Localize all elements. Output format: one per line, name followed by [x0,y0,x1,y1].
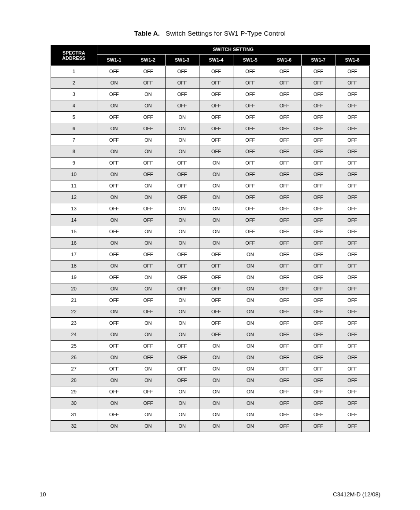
cell-value: OFF [97,158,131,169]
cell-value: ON [199,386,233,398]
table-caption: Table A. Switch Settings for SW1 P-Type … [0,29,420,37]
cell-value: OFF [199,249,233,261]
cell-value: ON [131,363,165,375]
cell-value: OFF [267,192,301,203]
cell-value: OFF [199,295,233,306]
col-header-sw1-8: SW1-8 [335,55,369,66]
cell-value: OFF [267,158,301,169]
cell-value: OFF [233,192,267,203]
col-header-address-l1: SPECTRA [63,50,85,55]
cell-value: ON [97,352,131,363]
cell-value: OFF [267,306,301,318]
cell-address: 8 [51,146,97,158]
cell-value: OFF [335,238,369,249]
cell-value: OFF [267,135,301,146]
cell-value: OFF [301,100,335,112]
cell-value: ON [165,386,199,398]
cell-value: OFF [267,215,301,226]
cell-value: ON [97,306,131,318]
cell-value: OFF [335,341,369,352]
page-number: 10 [40,491,46,498]
cell-value: ON [131,272,165,283]
cell-value: OFF [165,66,199,77]
cell-value: ON [199,192,233,203]
cell-value: OFF [199,77,233,89]
cell-value: OFF [199,306,233,318]
cell-value: OFF [97,318,131,329]
cell-value: OFF [267,261,301,272]
cell-value: OFF [335,66,369,77]
cell-value: ON [165,135,199,146]
cell-value: ON [165,226,199,238]
cell-value: OFF [165,158,199,169]
table-row: 20ONONOFFOFFONOFFOFFOFF [51,283,369,295]
cell-value: OFF [267,421,301,432]
col-header-address: SPECTRA ADDRESS [51,45,97,66]
cell-value: OFF [335,386,369,398]
cell-value: ON [97,238,131,249]
cell-value: OFF [301,123,335,135]
cell-value: OFF [233,169,267,180]
cell-value: OFF [335,169,369,180]
cell-value: OFF [233,89,267,100]
cell-value: OFF [301,363,335,375]
cell-value: ON [131,89,165,100]
cell-value: ON [233,375,267,386]
cell-value: OFF [335,375,369,386]
cell-address: 13 [51,203,97,215]
cell-value: OFF [97,249,131,261]
cell-value: OFF [301,306,335,318]
cell-value: ON [131,180,165,192]
cell-value: ON [199,341,233,352]
cell-value: ON [165,318,199,329]
cell-value: OFF [97,341,131,352]
cell-value: ON [97,146,131,158]
cell-value: ON [165,215,199,226]
cell-value: OFF [335,215,369,226]
cell-value: ON [233,421,267,432]
cell-value: OFF [97,89,131,100]
cell-value: OFF [301,375,335,386]
cell-value: OFF [335,89,369,100]
cell-value: ON [165,421,199,432]
cell-value: OFF [97,409,131,421]
cell-value: OFF [97,272,131,283]
col-header-sw1-4: SW1-4 [199,55,233,66]
cell-value: OFF [267,409,301,421]
cell-address: 11 [51,180,97,192]
cell-address: 22 [51,306,97,318]
cell-value: OFF [301,261,335,272]
cell-value: ON [199,180,233,192]
cell-value: OFF [199,283,233,295]
cell-value: OFF [267,238,301,249]
cell-value: OFF [97,180,131,192]
cell-value: OFF [301,215,335,226]
cell-value: OFF [97,203,131,215]
table-row: 14ONOFFONONOFFOFFOFFOFF [51,215,369,226]
cell-value: OFF [301,295,335,306]
cell-value: OFF [131,169,165,180]
table-row: 25OFFOFFOFFONONOFFOFFOFF [51,341,369,352]
cell-value: OFF [301,329,335,341]
cell-value: OFF [199,112,233,123]
cell-value: OFF [335,226,369,238]
cell-value: OFF [301,77,335,89]
table-row: 19OFFONOFFOFFONOFFOFFOFF [51,272,369,283]
cell-value: ON [233,352,267,363]
cell-value: OFF [267,363,301,375]
cell-value: ON [233,398,267,409]
cell-value: ON [165,398,199,409]
cell-value: OFF [335,135,369,146]
cell-address: 24 [51,329,97,341]
cell-value: OFF [335,306,369,318]
cell-value: ON [199,409,233,421]
cell-value: OFF [335,123,369,135]
cell-value: ON [97,398,131,409]
cell-value: OFF [131,386,165,398]
cell-value: OFF [267,66,301,77]
cell-value: OFF [199,123,233,135]
cell-value: ON [97,283,131,295]
cell-address: 1 [51,66,97,77]
cell-value: OFF [233,112,267,123]
cell-value: OFF [165,100,199,112]
